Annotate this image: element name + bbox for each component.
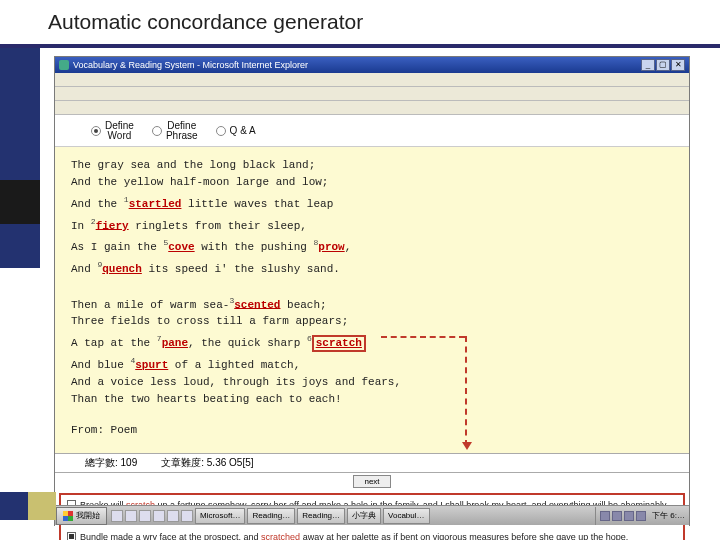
quicklaunch-icon[interactable] [167, 510, 179, 522]
define-word-option[interactable]: Define Word [91, 121, 134, 141]
system-tray: 下午 6:… [595, 507, 689, 525]
start-label: 我開始 [76, 510, 100, 521]
task-button[interactable]: Reading… [247, 508, 295, 524]
radio-icon [216, 126, 226, 136]
poem-line: Than the two hearts beating each to each… [71, 391, 673, 408]
task-button[interactable]: 小字典 [347, 508, 381, 524]
poem-line: A tap at the 7pane, the quick sharp 6scr… [71, 330, 673, 352]
glossed-word[interactable]: cove [168, 241, 194, 253]
reading-passage: The gray sea and the long black land; An… [55, 147, 689, 453]
taskbar: 我開始 Microsoft… Reading… Reading… 小字典 Voc… [55, 505, 689, 525]
browser-toolbar [55, 87, 689, 101]
quicklaunch-icon[interactable] [139, 510, 151, 522]
poem-line: Then a mile of warm sea-3scented beach; [71, 292, 673, 314]
poem-line: As I gain the 5cove with the pushing 8pr… [71, 234, 673, 256]
title-band: Automatic concordance generator [0, 0, 720, 48]
minimize-button[interactable]: _ [641, 59, 655, 71]
keyword: scratched [261, 532, 300, 540]
glossed-word[interactable]: pane [162, 337, 188, 349]
poem-line: Three fields to cross till a farm appear… [71, 313, 673, 330]
radio-icon [91, 126, 101, 136]
quicklaunch-icon[interactable] [125, 510, 137, 522]
page-content: Define Word Define Phrase Q & A The gray… [55, 115, 689, 540]
tray-icon[interactable] [600, 511, 610, 521]
deco-square [28, 492, 56, 520]
result-row: Bundle made a wry face at the prospect, … [67, 531, 677, 540]
poem-line: And 9quench its speed i' the slushy sand… [71, 256, 673, 278]
deco-square [0, 492, 28, 520]
tray-icon[interactable] [612, 511, 622, 521]
browser-window: Vocabulary & Reading System - Microsoft … [54, 56, 690, 526]
window-titlebar: Vocabulary & Reading System - Microsoft … [55, 57, 689, 73]
tray-icon[interactable] [636, 511, 646, 521]
selected-word-scratch[interactable]: scratch [312, 335, 366, 352]
maximize-button[interactable]: ▢ [656, 59, 670, 71]
next-button[interactable]: next [353, 475, 390, 488]
quicklaunch-icon[interactable] [153, 510, 165, 522]
task-button[interactable]: Reading… [297, 508, 345, 524]
app-toolbar: Define Word Define Phrase Q & A [55, 115, 689, 147]
poem-line: And the yellow half-moon large and low; [71, 174, 673, 191]
poem-line: The gray sea and the long black land; [71, 157, 673, 174]
start-button[interactable]: 我開始 [56, 507, 107, 525]
glossed-word[interactable]: spurt [135, 359, 168, 371]
glossed-word[interactable]: fiery [96, 219, 129, 231]
close-button[interactable]: ✕ [671, 59, 685, 71]
quicklaunch-icon[interactable] [111, 510, 123, 522]
pager-row: next [55, 473, 689, 491]
result-checkbox[interactable] [67, 532, 76, 540]
define-phrase-label: Define Phrase [166, 121, 198, 141]
task-button[interactable]: Vocabul… [383, 508, 429, 524]
glossed-word[interactable]: scented [234, 298, 280, 310]
decorative-squares [0, 492, 56, 520]
slide-title: Automatic concordance generator [48, 10, 363, 34]
qa-label: Q & A [230, 125, 256, 136]
difficulty-score: 文章難度: 5.36 O5[5] [161, 456, 253, 470]
tray-icon[interactable] [624, 511, 634, 521]
glossed-word[interactable]: quench [102, 263, 142, 275]
window-controls: _ ▢ ✕ [641, 59, 685, 71]
define-word-label: Define Word [105, 121, 134, 141]
taskbar-clock: 下午 6:… [648, 510, 685, 521]
start-icon [63, 511, 73, 521]
accent-strip [0, 48, 40, 268]
slide-header: Automatic concordance generator [0, 0, 720, 56]
poem-line: And blue 4spurt of a lighted match, [71, 352, 673, 374]
qa-option[interactable]: Q & A [216, 125, 256, 136]
callout-line [381, 336, 465, 338]
window-title: Vocabulary & Reading System - Microsoft … [73, 60, 308, 70]
glossed-word[interactable]: prow [318, 241, 344, 253]
word-count: 總字數: 109 [85, 456, 137, 470]
ie-icon [59, 60, 69, 70]
poem-line: In 2fiery ringlets from their sleep, [71, 213, 673, 235]
poem-line: And a voice less loud, through its joys … [71, 374, 673, 391]
stats-bar: 總字數: 109 文章難度: 5.36 O5[5] [55, 453, 689, 473]
glossed-word[interactable]: startled [129, 198, 182, 210]
task-button[interactable]: Microsoft… [195, 508, 245, 524]
poem-source: From: Poem [71, 422, 673, 439]
browser-tabstrip [55, 101, 689, 115]
quicklaunch [111, 510, 193, 522]
browser-menubar [55, 73, 689, 87]
quicklaunch-icon[interactable] [181, 510, 193, 522]
define-phrase-option[interactable]: Define Phrase [152, 121, 198, 141]
spacer [71, 408, 673, 422]
spacer [71, 278, 673, 292]
result-text: Bundle made a wry face at the prospect, … [80, 531, 677, 540]
poem-line: And the 1startled little waves that leap [71, 191, 673, 213]
radio-icon [152, 126, 162, 136]
